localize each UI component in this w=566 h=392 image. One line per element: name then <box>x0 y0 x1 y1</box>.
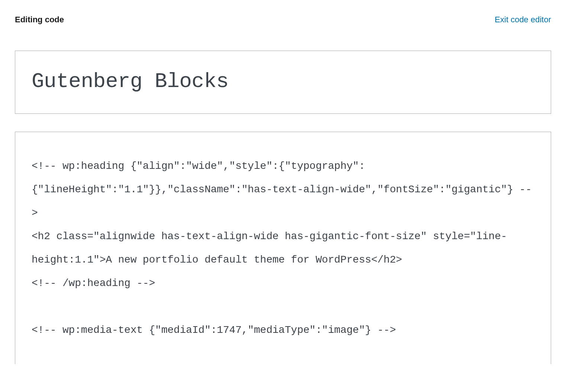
post-content-container <box>15 132 551 364</box>
code-editor-content <box>0 51 566 364</box>
editor-header: Editing code Exit code editor <box>0 0 566 25</box>
post-title-container <box>15 51 551 114</box>
post-title-input[interactable] <box>32 70 534 93</box>
exit-code-editor-link[interactable]: Exit code editor <box>495 15 551 25</box>
post-content-code-textarea[interactable] <box>32 154 534 363</box>
header-title: Editing code <box>15 15 64 25</box>
